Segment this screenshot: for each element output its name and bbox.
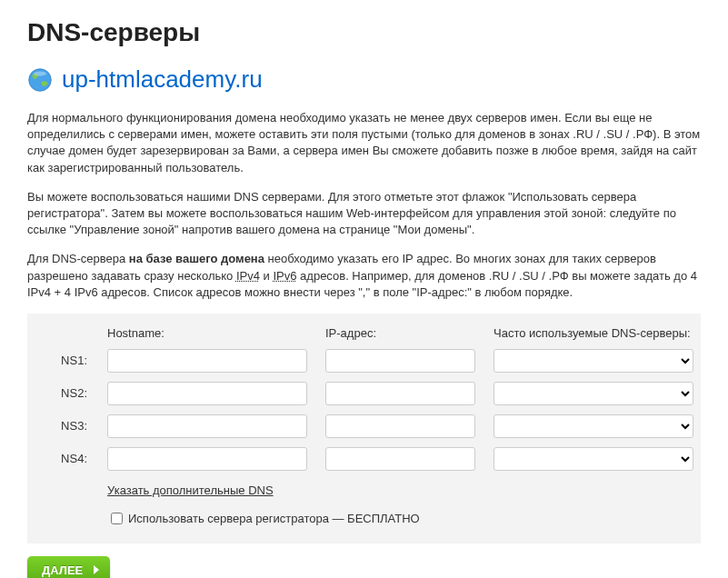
ns4-ip-input[interactable] xyxy=(325,447,475,471)
col-header-hostname: Hostname: xyxy=(107,326,307,340)
ns3-freq-select[interactable] xyxy=(494,414,693,438)
use-registrar-row: Использовать сервера регистратора — БЕСП… xyxy=(107,510,684,527)
page-title: DNS-серверы xyxy=(27,18,701,47)
p3-bold: на базе вашего домена xyxy=(129,252,264,265)
ns1-freq-select[interactable] xyxy=(494,349,693,373)
ns1-hostname-input[interactable] xyxy=(107,349,307,373)
submit-row: ДАЛЕЕ xyxy=(27,556,701,578)
ipv6-link[interactable]: IPv6 xyxy=(273,269,296,283)
ns1-label: NS1: xyxy=(44,354,89,367)
ns3-ip-input[interactable] xyxy=(325,414,475,438)
ns3-label: NS3: xyxy=(44,419,89,433)
ns1-ip-input[interactable] xyxy=(325,349,475,373)
ns4-label: NS4: xyxy=(44,452,89,465)
ipv4-link[interactable]: IPv4 xyxy=(236,269,260,283)
use-registrar-checkbox[interactable] xyxy=(111,513,123,524)
ns3-hostname-input[interactable] xyxy=(107,414,307,438)
intro-paragraph-1: Для нормального функционирования домена … xyxy=(27,110,701,176)
more-dns-link[interactable]: Указать дополнительные DNS xyxy=(107,483,274,497)
ns4-freq-select[interactable] xyxy=(494,447,693,471)
p3-pre: Для DNS-сервера xyxy=(27,252,129,265)
col-header-freq: Часто используемые DNS-серверы: xyxy=(494,326,693,340)
ns2-ip-input[interactable] xyxy=(325,382,475,405)
ns2-label: NS2: xyxy=(44,386,89,400)
col-header-ip: IP-адрес: xyxy=(325,326,475,340)
p3-and: и xyxy=(260,269,274,283)
dns-form-grid: Hostname: IP-адрес: Часто используемые D… xyxy=(44,326,684,471)
domain-header: up-htmlacademy.ru xyxy=(27,65,701,94)
domain-name: up-htmlacademy.ru xyxy=(62,65,263,94)
ns4-hostname-input[interactable] xyxy=(107,447,307,471)
ns2-hostname-input[interactable] xyxy=(107,382,307,405)
dns-form-panel: Hostname: IP-адрес: Часто используемые D… xyxy=(27,314,701,543)
svg-point-1 xyxy=(34,71,46,75)
intro-paragraph-2: Вы можете воспользоваться нашими DNS сер… xyxy=(27,189,701,239)
arrow-right-icon xyxy=(92,563,101,577)
globe-icon xyxy=(27,67,53,93)
intro-paragraph-3: Для DNS-сервера на базе вашего домена не… xyxy=(27,251,701,301)
next-button-label: ДАЛЕЕ xyxy=(42,563,83,577)
use-registrar-label: Использовать сервера регистратора — БЕСП… xyxy=(128,512,420,525)
ns2-freq-select[interactable] xyxy=(494,382,693,405)
next-button[interactable]: ДАЛЕЕ xyxy=(27,556,110,578)
